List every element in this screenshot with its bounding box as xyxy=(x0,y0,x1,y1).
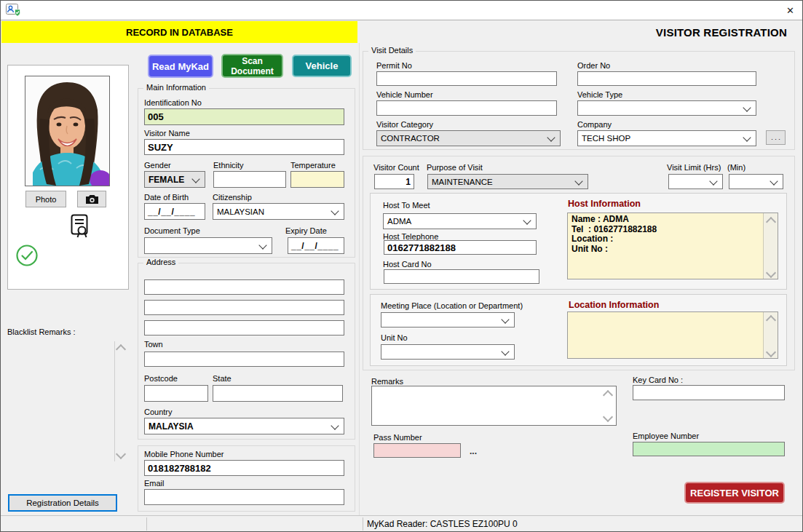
title-bar xyxy=(1,1,802,20)
document-type-label: Document Type xyxy=(144,226,200,235)
key-card-input[interactable] xyxy=(633,385,785,400)
status-separator-2 xyxy=(363,517,363,531)
citizenship-select[interactable]: MALAYSIAN xyxy=(213,203,344,220)
host-information-box: Name : ADMA Tel : 0162771882188 Location… xyxy=(567,213,778,279)
titlebar-divider xyxy=(1,20,802,20)
address-line2-input[interactable] xyxy=(144,300,344,315)
country-value: MALAYSIA xyxy=(149,421,194,432)
company-select[interactable]: TECH SHOP xyxy=(577,130,756,146)
purpose-value: MAINTENANCE xyxy=(432,178,493,186)
host-card-no-input[interactable] xyxy=(384,269,539,284)
vehicle-button[interactable]: Vehicle xyxy=(292,55,352,77)
pass-number-input[interactable] xyxy=(373,443,461,458)
document-type-select[interactable] xyxy=(144,237,272,254)
visitor-category-label: Visitor Category xyxy=(376,120,433,129)
host-card-no-label: Host Card No xyxy=(383,260,432,269)
camera-button[interactable] xyxy=(77,191,106,207)
register-visitor-label: REGISTER VISITOR xyxy=(690,488,779,499)
meeting-place-select[interactable] xyxy=(381,312,515,327)
purpose-label: Purpose of Visit xyxy=(427,163,483,172)
close-button[interactable]: ✕ xyxy=(778,1,802,20)
chevron-down-icon xyxy=(501,315,509,323)
state-input[interactable] xyxy=(213,385,343,402)
app-icon xyxy=(6,3,20,17)
read-mykad-label: Read MyKad xyxy=(152,61,209,72)
record-banner: RECORD IN DATABASE xyxy=(1,21,357,43)
country-label: Country xyxy=(144,408,173,416)
company-value: TECH SHOP xyxy=(582,134,630,143)
verified-check-icon xyxy=(15,244,39,267)
purpose-select[interactable]: MAINTENANCE xyxy=(427,174,588,189)
address-line3-input[interactable] xyxy=(144,320,344,336)
camera-icon xyxy=(85,194,99,205)
identification-no-input[interactable]: 005 xyxy=(144,108,344,125)
host-telephone-input[interactable]: 0162771882188 xyxy=(384,240,537,255)
host-information-title: Host Information xyxy=(568,199,641,209)
min-label: (Min) xyxy=(727,163,745,172)
scroll-up-icon[interactable] xyxy=(116,344,126,354)
visitor-name-label: Visitor Name xyxy=(144,129,190,138)
scan-document-label: Scan Document xyxy=(227,56,277,76)
min-select[interactable] xyxy=(729,174,783,189)
unit-no-select[interactable] xyxy=(381,344,515,360)
citizenship-label: Citizenship xyxy=(213,193,252,202)
temperature-input[interactable] xyxy=(290,171,344,188)
chevron-down-icon xyxy=(743,103,751,111)
employee-number-label: Employee Number xyxy=(633,432,699,440)
scroll-down-icon[interactable] xyxy=(116,449,126,459)
key-card-label: Key Card No : xyxy=(633,376,683,384)
scan-document-button[interactable]: Scan Document xyxy=(221,54,283,78)
chevron-down-icon xyxy=(770,177,778,185)
registration-details-button[interactable]: Registration Details xyxy=(8,494,117,512)
pass-more-button[interactable]: ... xyxy=(470,447,477,456)
date-of-birth-input[interactable]: __/__/____ xyxy=(144,203,205,220)
blacklist-remarks-label: Blacklist Remarks : xyxy=(7,327,76,336)
order-no-input[interactable] xyxy=(577,71,756,86)
register-visitor-button[interactable]: REGISTER VISITOR xyxy=(684,482,785,504)
main-information-title: Main Information xyxy=(143,83,209,92)
read-mykad-button[interactable]: Read MyKad xyxy=(148,55,213,78)
expiry-date-input[interactable]: __/__/____ xyxy=(288,237,344,254)
status-separator-1 xyxy=(146,517,147,531)
gender-select[interactable]: FEMALE xyxy=(144,171,205,188)
address-line1-input[interactable] xyxy=(144,279,344,295)
visitor-category-select[interactable]: CONTRACTOR xyxy=(376,130,561,146)
host-to-meet-select[interactable]: ADMA xyxy=(383,213,537,229)
chevron-down-icon xyxy=(331,421,339,429)
temperature-label: Temperature xyxy=(290,161,336,170)
visitor-name-input[interactable]: SUZY xyxy=(144,139,344,155)
permit-no-label: Permit No xyxy=(376,61,412,70)
registration-details-label: Registration Details xyxy=(26,499,99,507)
company-more-button[interactable]: . . . xyxy=(766,130,786,145)
blacklist-scrollbar[interactable] xyxy=(114,341,115,461)
town-input[interactable] xyxy=(144,352,344,367)
permit-no-input[interactable] xyxy=(376,71,557,86)
visitor-category-value: CONTRACTOR xyxy=(381,134,440,143)
country-select[interactable]: MALAYSIA xyxy=(144,418,344,434)
identification-no-label: Identification No xyxy=(144,98,202,107)
chevron-down-icon xyxy=(523,216,531,224)
vehicle-type-select[interactable] xyxy=(577,100,756,116)
ethnicity-input[interactable] xyxy=(213,171,286,188)
vehicle-type-label: Vehicle Type xyxy=(577,90,622,99)
photo-button[interactable]: Photo xyxy=(25,191,66,207)
pass-number-label: Pass Number xyxy=(373,433,422,442)
remarks-label: Remarks xyxy=(371,377,403,386)
chevron-down-icon xyxy=(743,133,751,141)
order-no-label: Order No xyxy=(577,61,610,70)
expiry-date-label: Expiry Date xyxy=(285,226,327,235)
vehicle-number-input[interactable] xyxy=(376,100,557,116)
chevron-down-icon xyxy=(574,177,582,185)
email-input[interactable] xyxy=(144,489,344,505)
visit-limit-select[interactable] xyxy=(668,174,723,189)
visit-details-title: Visit Details xyxy=(368,46,416,55)
host-to-meet-value: ADMA xyxy=(387,217,411,226)
visitor-registration-window: ✕ RECORD IN DATABASE VISITOR REGISTRATIO… xyxy=(0,0,803,532)
visitor-count-input[interactable]: 1 xyxy=(374,174,414,189)
postcode-input[interactable] xyxy=(144,385,208,402)
meeting-place-label: Meeting Place (Location or Department) xyxy=(381,301,523,310)
employee-number-input[interactable] xyxy=(633,442,785,456)
remarks-input[interactable] xyxy=(371,386,617,426)
town-label: Town xyxy=(144,340,163,349)
mobile-input[interactable]: 018182788182 xyxy=(144,460,344,476)
